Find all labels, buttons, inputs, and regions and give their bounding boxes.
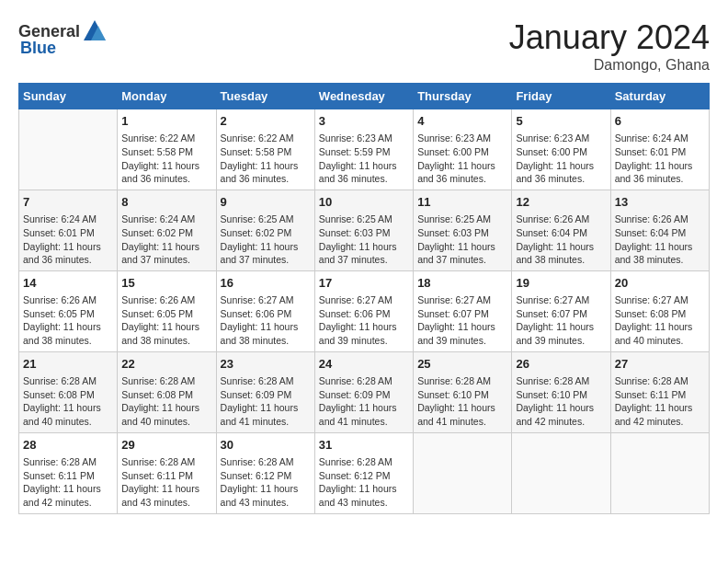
calendar-cell: 11Sunrise: 6:25 AM Sunset: 6:03 PM Dayli… [414, 190, 512, 270]
day-info: Sunrise: 6:27 AM Sunset: 6:06 PM Dayligh… [319, 293, 409, 348]
calendar-cell: 27Sunrise: 6:28 AM Sunset: 6:11 PM Dayli… [610, 351, 709, 432]
day-number: 27 [615, 356, 705, 373]
day-number: 1 [121, 113, 211, 130]
day-info: Sunrise: 6:26 AM Sunset: 6:04 PM Dayligh… [615, 213, 705, 267]
day-number: 24 [319, 356, 409, 373]
day-info: Sunrise: 6:28 AM Sunset: 6:08 PM Dayligh… [23, 374, 113, 429]
calendar-cell: 6Sunrise: 6:24 AM Sunset: 6:01 PM Daylig… [610, 109, 709, 190]
calendar-header-row: SundayMondayTuesdayWednesdayThursdayFrid… [19, 84, 710, 109]
calendar-cell [610, 432, 709, 513]
day-number: 14 [23, 275, 113, 292]
calendar-cell: 19Sunrise: 6:27 AM Sunset: 6:07 PM Dayli… [512, 270, 610, 351]
calendar-cell: 8Sunrise: 6:24 AM Sunset: 6:02 PM Daylig… [118, 190, 216, 270]
day-info: Sunrise: 6:28 AM Sunset: 6:08 PM Dayligh… [121, 374, 211, 429]
week-row-1: 1Sunrise: 6:22 AM Sunset: 5:58 PM Daylig… [19, 109, 710, 190]
day-info: Sunrise: 6:28 AM Sunset: 6:10 PM Dayligh… [516, 374, 606, 429]
day-info: Sunrise: 6:28 AM Sunset: 6:09 PM Dayligh… [319, 374, 409, 429]
day-number: 10 [319, 194, 409, 211]
calendar-cell: 2Sunrise: 6:22 AM Sunset: 5:58 PM Daylig… [216, 109, 314, 190]
day-number: 2 [221, 113, 311, 130]
day-info: Sunrise: 6:23 AM Sunset: 5:59 PM Dayligh… [319, 132, 409, 186]
col-header-sunday: Sunday [19, 84, 118, 109]
day-number: 17 [319, 275, 409, 292]
col-header-tuesday: Tuesday [216, 84, 314, 109]
day-number: 18 [417, 275, 507, 292]
calendar-cell: 29Sunrise: 6:28 AM Sunset: 6:11 PM Dayli… [118, 432, 216, 513]
col-header-saturday: Saturday [610, 84, 709, 109]
calendar-cell: 3Sunrise: 6:23 AM Sunset: 5:59 PM Daylig… [314, 109, 413, 190]
calendar-cell [414, 432, 512, 513]
day-info: Sunrise: 6:24 AM Sunset: 6:01 PM Dayligh… [615, 132, 705, 186]
day-number: 15 [121, 275, 211, 292]
calendar-table: SundayMondayTuesdayWednesdayThursdayFrid… [18, 83, 710, 514]
day-number: 5 [516, 113, 606, 130]
day-info: Sunrise: 6:28 AM Sunset: 6:11 PM Dayligh… [121, 455, 211, 510]
col-header-friday: Friday [512, 84, 610, 109]
calendar-cell: 12Sunrise: 6:26 AM Sunset: 6:04 PM Dayli… [512, 190, 610, 270]
day-info: Sunrise: 6:28 AM Sunset: 6:11 PM Dayligh… [23, 455, 113, 510]
day-info: Sunrise: 6:28 AM Sunset: 6:12 PM Dayligh… [221, 455, 311, 510]
day-number: 20 [615, 275, 705, 292]
day-info: Sunrise: 6:28 AM Sunset: 6:09 PM Dayligh… [221, 374, 311, 429]
col-header-thursday: Thursday [414, 84, 512, 109]
col-header-monday: Monday [118, 84, 216, 109]
calendar-cell: 17Sunrise: 6:27 AM Sunset: 6:06 PM Dayli… [314, 270, 413, 351]
logo-icon [82, 18, 108, 44]
calendar-cell: 24Sunrise: 6:28 AM Sunset: 6:09 PM Dayli… [314, 351, 413, 432]
calendar-cell: 14Sunrise: 6:26 AM Sunset: 6:05 PM Dayli… [19, 270, 118, 351]
calendar-cell: 30Sunrise: 6:28 AM Sunset: 6:12 PM Dayli… [216, 432, 314, 513]
calendar-cell: 15Sunrise: 6:26 AM Sunset: 6:05 PM Dayli… [118, 270, 216, 351]
day-info: Sunrise: 6:27 AM Sunset: 6:08 PM Dayligh… [615, 293, 705, 348]
day-number: 4 [417, 113, 507, 130]
month-title: January 2024 [509, 18, 710, 57]
day-number: 28 [23, 437, 113, 454]
location-title: Damongo, Ghana [509, 57, 710, 74]
calendar-cell: 26Sunrise: 6:28 AM Sunset: 6:10 PM Dayli… [512, 351, 610, 432]
day-number: 6 [615, 113, 705, 130]
day-info: Sunrise: 6:28 AM Sunset: 6:12 PM Dayligh… [319, 455, 409, 510]
calendar-cell: 1Sunrise: 6:22 AM Sunset: 5:58 PM Daylig… [118, 109, 216, 190]
day-number: 23 [221, 356, 311, 373]
day-info: Sunrise: 6:25 AM Sunset: 6:02 PM Dayligh… [221, 213, 311, 267]
day-number: 12 [516, 194, 606, 211]
day-number: 25 [417, 356, 507, 373]
week-row-4: 21Sunrise: 6:28 AM Sunset: 6:08 PM Dayli… [19, 351, 710, 432]
logo: General Blue [18, 18, 108, 58]
day-info: Sunrise: 6:27 AM Sunset: 6:07 PM Dayligh… [516, 293, 606, 348]
page-header: General Blue January 2024 Damongo, Ghana [18, 18, 710, 74]
day-info: Sunrise: 6:24 AM Sunset: 6:01 PM Dayligh… [23, 213, 113, 267]
logo-blue: Blue [20, 39, 56, 58]
day-info: Sunrise: 6:27 AM Sunset: 6:06 PM Dayligh… [221, 293, 311, 348]
day-number: 30 [221, 437, 311, 454]
calendar-cell: 7Sunrise: 6:24 AM Sunset: 6:01 PM Daylig… [19, 190, 118, 270]
day-info: Sunrise: 6:26 AM Sunset: 6:05 PM Dayligh… [23, 293, 113, 348]
calendar-cell: 31Sunrise: 6:28 AM Sunset: 6:12 PM Dayli… [314, 432, 413, 513]
day-info: Sunrise: 6:28 AM Sunset: 6:10 PM Dayligh… [417, 374, 507, 429]
calendar-cell: 23Sunrise: 6:28 AM Sunset: 6:09 PM Dayli… [216, 351, 314, 432]
day-info: Sunrise: 6:25 AM Sunset: 6:03 PM Dayligh… [417, 213, 507, 267]
week-row-5: 28Sunrise: 6:28 AM Sunset: 6:11 PM Dayli… [19, 432, 710, 513]
calendar-cell: 13Sunrise: 6:26 AM Sunset: 6:04 PM Dayli… [610, 190, 709, 270]
calendar-cell: 4Sunrise: 6:23 AM Sunset: 6:00 PM Daylig… [414, 109, 512, 190]
day-info: Sunrise: 6:25 AM Sunset: 6:03 PM Dayligh… [319, 213, 409, 267]
day-number: 13 [615, 194, 705, 211]
calendar-cell: 28Sunrise: 6:28 AM Sunset: 6:11 PM Dayli… [19, 432, 118, 513]
calendar-cell: 10Sunrise: 6:25 AM Sunset: 6:03 PM Dayli… [314, 190, 413, 270]
calendar-cell [19, 109, 118, 190]
day-number: 8 [121, 194, 211, 211]
day-info: Sunrise: 6:28 AM Sunset: 6:11 PM Dayligh… [615, 374, 705, 429]
day-number: 7 [23, 194, 113, 211]
calendar-cell: 21Sunrise: 6:28 AM Sunset: 6:08 PM Dayli… [19, 351, 118, 432]
day-info: Sunrise: 6:22 AM Sunset: 5:58 PM Dayligh… [121, 132, 211, 186]
week-row-2: 7Sunrise: 6:24 AM Sunset: 6:01 PM Daylig… [19, 190, 710, 270]
day-number: 29 [121, 437, 211, 454]
day-number: 11 [417, 194, 507, 211]
day-info: Sunrise: 6:23 AM Sunset: 6:00 PM Dayligh… [417, 132, 507, 186]
day-number: 16 [221, 275, 311, 292]
title-block: January 2024 Damongo, Ghana [509, 18, 710, 74]
day-number: 19 [516, 275, 606, 292]
calendar-cell: 16Sunrise: 6:27 AM Sunset: 6:06 PM Dayli… [216, 270, 314, 351]
week-row-3: 14Sunrise: 6:26 AM Sunset: 6:05 PM Dayli… [19, 270, 710, 351]
col-header-wednesday: Wednesday [314, 84, 413, 109]
day-info: Sunrise: 6:22 AM Sunset: 5:58 PM Dayligh… [221, 132, 311, 186]
